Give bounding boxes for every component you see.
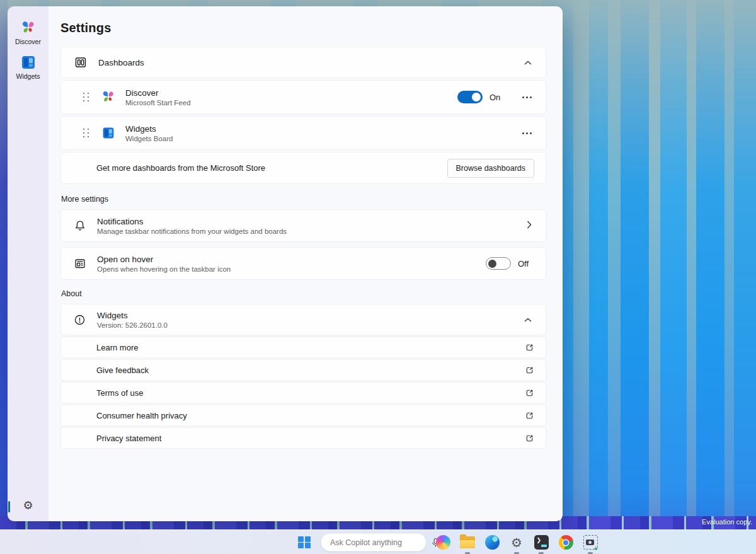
link-label: Consumer health privacy <box>96 411 187 420</box>
row-title: Widgets <box>125 124 173 134</box>
external-link-icon[interactable] <box>525 343 534 352</box>
link-label: Privacy statement <box>96 434 161 443</box>
settings-panel: Settings Dashboards <box>49 6 563 521</box>
external-link-icon[interactable] <box>525 388 534 398</box>
link-label: Learn more <box>96 343 138 352</box>
copilot-icon <box>436 535 450 550</box>
about-label: About <box>61 289 546 298</box>
board-icon <box>74 257 86 270</box>
file-explorer-button[interactable] <box>459 534 476 551</box>
copilot-button[interactable] <box>435 534 451 551</box>
info-icon <box>74 314 86 326</box>
widgets-logo-icon <box>20 54 37 71</box>
widgets-sidebar: Discover Widgets ⚙ <box>8 6 49 521</box>
more-options-icon[interactable] <box>520 93 534 102</box>
chevron-up-icon[interactable] <box>522 54 534 71</box>
notifications-row[interactable]: Notifications Manage taskbar notificatio… <box>60 209 546 242</box>
gear-icon: ⚙ <box>23 500 33 511</box>
start-button[interactable] <box>296 534 312 551</box>
selection-indicator <box>8 501 10 512</box>
row-subtitle: Widgets Board <box>125 135 173 142</box>
terminal-icon <box>534 535 549 550</box>
running-indicator <box>588 552 593 554</box>
row-title: Notifications <box>97 217 287 226</box>
chevron-up-icon[interactable] <box>522 311 534 328</box>
about-link-row[interactable]: Give feedback <box>60 359 546 381</box>
dashboards-header[interactable]: Dashboards <box>60 47 546 78</box>
about-link-row[interactable]: Terms of use <box>60 382 546 403</box>
external-link-icon[interactable] <box>525 434 534 443</box>
about-title: Widgets <box>97 311 168 320</box>
about-link-row[interactable]: Consumer health privacy <box>60 405 546 426</box>
terminal-button[interactable] <box>533 534 549 551</box>
open-on-hover-toggle[interactable] <box>486 257 511 270</box>
page-title: Settings <box>60 21 546 35</box>
row-subtitle: Manage taskbar notifications from your w… <box>97 228 287 235</box>
edge-icon <box>485 535 500 550</box>
discover-toggle[interactable] <box>457 91 483 103</box>
sidebar-item-label: Discover <box>15 38 41 45</box>
more-options-icon[interactable] <box>520 129 534 138</box>
about-link-row[interactable]: Learn more <box>60 337 546 358</box>
settings-gear-icon: ⚙ <box>511 536 522 549</box>
more-settings-label: More settings <box>61 195 546 204</box>
widgets-logo-icon <box>101 125 116 141</box>
taskbar-search[interactable] <box>321 533 427 551</box>
start-icon <box>298 536 311 549</box>
dashboards-footer-row: Get more dashboards from the Microsoft S… <box>60 152 546 184</box>
evaluation-watermark: Evaluation copy. <box>702 518 752 526</box>
get-more-dashboards-text: Get more dashboards from the Microsoft S… <box>96 163 265 173</box>
row-title: Open on hover <box>97 255 231 264</box>
file-explorer-icon <box>460 536 475 548</box>
browse-dashboards-button[interactable]: Browse dashboards <box>447 159 534 178</box>
external-link-icon[interactable] <box>525 411 534 420</box>
open-on-hover-row: Open on hover Opens when hovering on the… <box>60 247 546 280</box>
about-version: Version: 526.2601.0.0 <box>97 321 168 329</box>
toggle-state-label: Off <box>518 259 534 268</box>
row-title: Discover <box>125 88 191 98</box>
sidebar-item-discover[interactable]: Discover <box>8 15 49 50</box>
dashboard-row-widgets: Widgets Widgets Board <box>60 116 546 150</box>
chrome-icon <box>559 535 573 550</box>
link-label: Terms of use <box>96 388 143 398</box>
dashboards-title: Dashboards <box>98 58 144 67</box>
chevron-right-icon[interactable] <box>524 217 534 234</box>
drag-handle-icon[interactable] <box>83 128 89 138</box>
snipping-tool-icon: + <box>583 535 598 550</box>
row-subtitle: Microsoft Start Feed <box>125 99 191 107</box>
dashboard-row-discover: Discover Microsoft Start Feed On <box>60 80 546 114</box>
about-link-row[interactable]: Privacy statement <box>60 427 546 449</box>
snipping-tool-button[interactable]: + <box>582 534 598 551</box>
chrome-button[interactable] <box>558 534 574 551</box>
settings-button[interactable]: ⚙ <box>508 534 525 551</box>
widgets-settings-window: Discover Widgets ⚙ Settings <box>8 6 563 521</box>
discover-logo-icon <box>101 89 116 105</box>
edge-button[interactable] <box>484 534 500 551</box>
about-header-row[interactable]: Widgets Version: 526.2601.0.0 <box>60 304 546 335</box>
running-indicator <box>465 552 470 554</box>
running-indicator <box>539 552 544 554</box>
toggle-state-label: On <box>490 93 506 102</box>
link-label: Give feedback <box>96 366 149 375</box>
external-link-icon[interactable] <box>525 366 534 375</box>
discover-logo-icon <box>20 20 37 36</box>
search-input[interactable] <box>330 538 432 547</box>
dashboards-icon <box>74 55 88 69</box>
row-subtitle: Opens when hovering on the taskbar icon <box>97 265 231 273</box>
sidebar-item-widgets[interactable]: Widgets <box>8 50 49 84</box>
drag-handle-icon[interactable] <box>83 92 89 102</box>
running-indicator <box>514 552 519 554</box>
bell-icon <box>74 219 86 232</box>
sidebar-item-label: Widgets <box>16 72 40 80</box>
sidebar-settings-button[interactable]: ⚙ <box>8 493 49 521</box>
taskbar: ⚙ + <box>0 529 756 554</box>
